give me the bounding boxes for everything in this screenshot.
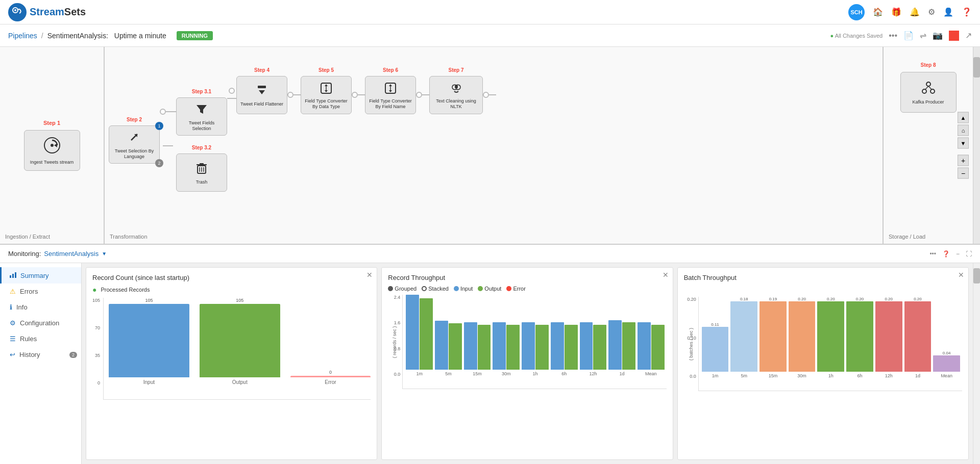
field-flattener-node[interactable]: Tweet Field Flattener xyxy=(236,76,287,114)
zoom-in-btn[interactable]: + xyxy=(958,155,969,166)
bt-label-mean: Mean xyxy=(941,373,952,378)
tweet-selection-label: Tweet Selection By Language xyxy=(112,148,156,160)
history-icon: ↩ xyxy=(10,351,15,358)
monitoring-more-icon[interactable]: ••• xyxy=(929,250,936,257)
monitoring-minimize-icon[interactable]: − xyxy=(956,250,960,257)
trash-label: Trash xyxy=(196,179,208,185)
bt-fill-1h xyxy=(817,301,844,372)
shuffle-icon[interactable]: ⇌ xyxy=(920,31,926,40)
sidebar-item-configuration[interactable]: ⚙ Configuration xyxy=(0,315,81,331)
camera-icon[interactable]: 📷 xyxy=(933,31,943,40)
text-cleaning-node[interactable]: Text Cleaning using NLTK xyxy=(429,76,483,114)
tweet-selection-node[interactable]: Tweet Selection By Language 1 2 xyxy=(109,125,160,164)
rc-error-fill xyxy=(290,376,371,377)
monitoring-help-icon[interactable]: ❓ xyxy=(942,250,950,257)
arr4 xyxy=(287,57,301,98)
charts-area: ✕ Record Count (since last startup) ● Pr… xyxy=(82,263,973,464)
summary-icon xyxy=(10,271,16,279)
field-type-converter1-node[interactable]: Field Type Converter By Data Type xyxy=(301,76,352,114)
bt-val-5m: 0.18 xyxy=(740,297,748,301)
step5-label: Step 5 xyxy=(318,67,334,73)
pipeline-canvas: Step 1 Ingest Tweets stream Ingestion / … xyxy=(0,47,980,245)
summary-label: Summary xyxy=(20,272,49,279)
conn-dot-5 xyxy=(416,92,422,98)
nltk-icon xyxy=(449,81,463,97)
bt-val-1h: 0.20 xyxy=(827,297,835,301)
kafka-producer-node[interactable]: Kafka Producer xyxy=(900,72,957,113)
header-right: SCH 🏠 🎁 🔔 ⚙ 👤 ❓ xyxy=(848,4,972,20)
rc-bars: 105 Input 105 Output 0 Error xyxy=(103,298,371,400)
user-icon[interactable]: 👤 xyxy=(943,7,953,17)
ingest-tweets-node[interactable]: Ingest Tweets stream xyxy=(24,130,80,171)
rc-error-value: 0 xyxy=(329,370,332,375)
rt-bar-12h-output xyxy=(593,325,606,370)
field-flattener-label: Tweet Field Flattener xyxy=(240,101,283,107)
gear-icon[interactable]: ⚙ xyxy=(928,7,935,17)
rt-bar-1d-input xyxy=(608,320,622,370)
rt-bar-15m: 15m xyxy=(464,295,491,376)
info-label: Info xyxy=(16,303,28,311)
trash-node[interactable]: Trash xyxy=(176,153,227,192)
monitoring-scrollbar[interactable] xyxy=(973,263,980,464)
bell-icon[interactable]: 🔔 xyxy=(910,7,920,17)
more-options-icon[interactable]: ••• xyxy=(889,31,897,40)
tweet-fields-node[interactable]: Tweet Fields Selection xyxy=(176,97,227,136)
converter2-icon xyxy=(383,81,398,97)
record-throughput-close[interactable]: ✕ xyxy=(663,271,669,279)
svg-rect-14 xyxy=(258,86,266,88)
home-icon[interactable]: 🏠 xyxy=(873,7,883,17)
config-icon: ⚙ xyxy=(10,319,16,327)
kafka-producer-label: Kafka Producer xyxy=(912,99,944,105)
sidebar-item-rules[interactable]: ☰ Rules xyxy=(0,331,81,347)
svg-point-24 xyxy=(455,85,458,89)
step7-group: Step 7 Text Cleaning using NLTK xyxy=(429,57,483,114)
field-type-converter2-node[interactable]: Field Type Converter By Field Name xyxy=(365,76,416,114)
sidebar-item-summary[interactable]: Summary xyxy=(0,267,81,283)
scrollbar-thumb[interactable] xyxy=(973,57,980,78)
rt-bars-container: 1m 5m xyxy=(402,295,666,389)
record-count-close[interactable]: ✕ xyxy=(366,271,373,279)
storage-section-label: Storage / Load xyxy=(889,234,925,240)
pipeline-bar-right: ● All Changes Saved ••• 📄 ⇌ 📷 ↗ xyxy=(830,31,972,41)
rt-legend: Grouped Stacked Input Output Error xyxy=(388,286,666,292)
sidebar-item-errors[interactable]: ⚠ Errors xyxy=(0,283,81,299)
rc-y-70: 70 xyxy=(95,325,100,330)
document-icon[interactable]: 📄 xyxy=(903,31,914,40)
help-icon[interactable]: ❓ xyxy=(962,7,972,17)
sidebar-item-info[interactable]: ℹ Info xyxy=(0,299,81,315)
pipelines-link[interactable]: Pipelines xyxy=(8,32,37,40)
monitoring-scrollbar-thumb[interactable] xyxy=(973,268,980,283)
stop-button[interactable] xyxy=(949,31,959,41)
bt-fill-1d xyxy=(904,301,932,372)
gift-icon[interactable]: 🎁 xyxy=(891,7,901,17)
rt-label-mean: Mean xyxy=(645,371,657,376)
rt-bar-6h-inner xyxy=(551,295,578,370)
history-label: History xyxy=(19,351,40,358)
rt-legend-error: Error xyxy=(506,286,525,292)
svg-line-29 xyxy=(928,86,932,89)
zoom-out-btn[interactable]: − xyxy=(958,168,969,179)
bt-label-15m: 15m xyxy=(769,373,778,378)
canvas-scrollbar[interactable] xyxy=(973,47,980,244)
conn-dot-4 xyxy=(352,92,358,98)
batch-throughput-close[interactable]: ✕ xyxy=(958,271,964,279)
bt-fill-12h xyxy=(875,301,902,372)
nav-home-btn[interactable]: ⌂ xyxy=(958,125,969,136)
save-status: ● All Changes Saved xyxy=(830,33,883,39)
bt-val-mean: 0.04 xyxy=(943,351,951,355)
monitoring-expand-icon[interactable]: ⛶ xyxy=(966,250,972,257)
monitoring-dropdown-icon[interactable]: ▼ xyxy=(102,251,107,256)
sidebar-item-history[interactable]: ↩ History 2 xyxy=(0,347,81,363)
nav-up-btn[interactable]: ▲ xyxy=(958,112,969,123)
rt-label-12h: 12h xyxy=(589,371,597,376)
rt-bar-1m: 1m xyxy=(406,295,433,376)
bt-label-1h: 1h xyxy=(828,373,834,378)
rc-y-105: 105 xyxy=(92,298,100,303)
rt-bar-6h-output xyxy=(565,325,578,370)
rt-bar-1d-output xyxy=(622,322,635,370)
logo-icon xyxy=(8,3,27,21)
monitoring-pipeline-link[interactable]: SentimentAnalysis xyxy=(44,250,99,257)
share-icon[interactable]: ↗ xyxy=(965,31,972,40)
user-avatar[interactable]: SCH xyxy=(848,4,865,20)
nav-down-btn[interactable]: ▼ xyxy=(958,138,969,149)
